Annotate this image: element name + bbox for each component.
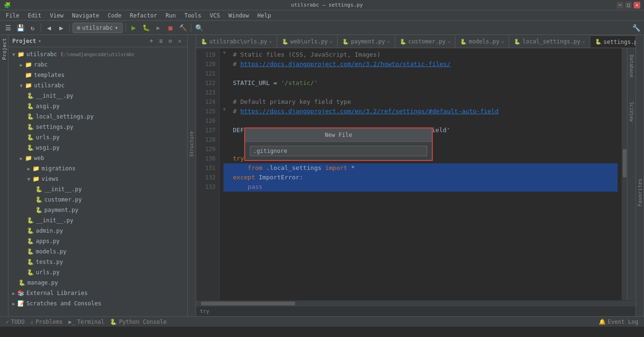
fold-arrow-119[interactable]: ▼ <box>220 48 229 58</box>
tree-item-web-init[interactable]: 🐍 __init__.py <box>8 215 187 226</box>
menu-tools[interactable]: Tools <box>181 11 205 20</box>
toolbar-project-icon[interactable]: ☰ <box>3 23 13 33</box>
project-settings-icon[interactable]: ⚙ <box>166 37 174 45</box>
tab-web-urls[interactable]: 🐍 web\urls.py ✕ <box>277 35 338 48</box>
tab-close-local-settings[interactable]: ✕ <box>582 39 585 44</box>
menu-window[interactable]: Window <box>225 11 253 20</box>
tree-item-templates[interactable]: 📁 templates <box>8 70 187 80</box>
tree-item-manage-py[interactable]: 🐍 manage.py <box>8 278 187 288</box>
tab-settings[interactable]: 🐍 settings.py ✕ <box>590 35 636 48</box>
toolbar-back-btn[interactable]: ◀ <box>44 23 54 33</box>
tab-utilsrabc-urls[interactable]: 🐍 utilsrabc\urls.py ✕ <box>196 35 277 48</box>
dialog-input-row <box>245 142 432 160</box>
app-icon: 🧩 <box>4 2 11 8</box>
vertical-scrollbar[interactable] <box>621 48 627 300</box>
scroll-thumb[interactable] <box>623 149 627 177</box>
tree-item-asgi-py[interactable]: 🐍 asgi.py <box>8 101 187 111</box>
tree-item-web[interactable]: 📁 web <box>8 153 187 163</box>
tree-item-local-settings[interactable]: 🐍 local_settings.py <box>8 111 187 122</box>
tree-root-utilsrabc[interactable]: 📁 utilsrabc E:\newdjangocode\utilsrabc <box>8 49 187 59</box>
tab-close-models[interactable]: ✕ <box>501 39 504 44</box>
menu-refactor[interactable]: Refactor <box>126 11 161 20</box>
py-icon-views-init: 🐍 <box>35 185 42 193</box>
maximize-button[interactable]: □ <box>625 2 632 8</box>
tree-item-urls-py[interactable]: 🐍 urls.py <box>8 132 187 143</box>
tree-item-payment-py[interactable]: 🐍 payment.py <box>8 205 187 215</box>
tab-models[interactable]: 🐍 models.py ✕ <box>455 35 509 48</box>
terminal-tab[interactable]: ▶_ Terminal <box>66 317 106 327</box>
tab-close-customer[interactable]: ✕ <box>447 39 450 44</box>
tree-item-apps-py[interactable]: 🐍 apps.py <box>8 236 187 246</box>
search-everywhere-btn[interactable]: 🔍 <box>194 23 205 33</box>
tree-label-web-init: __init__.py <box>36 217 73 224</box>
menu-edit[interactable]: Edit <box>24 11 45 20</box>
tree-item-views-init[interactable]: 🐍 __init__.py <box>8 184 187 194</box>
menu-help[interactable]: Help <box>254 11 275 20</box>
project-collapse-icon[interactable]: ≡ <box>157 37 165 45</box>
todo-tab[interactable]: ✓ TODO <box>4 317 26 327</box>
python-console-tab[interactable]: 🐍 Python Console <box>108 317 168 327</box>
project-dropdown[interactable]: ⚙ utilsrabc ▾ <box>73 23 123 33</box>
tree-label-migrations: migrations <box>41 165 75 172</box>
menu-navigate[interactable]: Navigate <box>68 11 103 20</box>
tab-payment[interactable]: 🐍 payment.py ✕ <box>338 35 395 48</box>
tab-customer[interactable]: 🐍 customer.py ✕ <box>395 35 456 48</box>
tree-item-init-py[interactable]: 🐍 __init__.py <box>8 91 187 101</box>
stop-button[interactable]: ■ <box>165 23 176 33</box>
event-log-icon: 🔔 <box>599 319 606 325</box>
tree-item-settings-py[interactable]: 🐍 settings.py <box>8 122 187 132</box>
problems-tab[interactable]: ⚠ Problems <box>28 317 65 327</box>
tree-item-migrations[interactable]: 📁 migrations <box>8 163 187 174</box>
fold-arrow-124[interactable]: ▼ <box>220 105 229 114</box>
event-log-tab[interactable]: 🔔 Event Log <box>597 317 640 327</box>
line-num-130: 130 <box>198 154 215 163</box>
py-icon-settings: 🐍 <box>26 123 34 131</box>
toolbar-forward-btn[interactable]: ▶ <box>56 23 66 33</box>
tab-local-settings[interactable]: 🐍 local_settings.py ✕ <box>509 35 590 48</box>
toolbar-refresh-btn[interactable]: ↻ <box>27 23 38 33</box>
link-120[interactable]: https://docs.djangoproject.com/en/3.2/ho… <box>240 59 451 69</box>
favorites-tab[interactable]: Favorites <box>636 177 644 209</box>
tree-item-wsgi-py[interactable]: 🐍 wsgi.py <box>8 143 187 153</box>
tree-item-web-urls[interactable]: 🐍 urls.py <box>8 267 187 278</box>
run-with-coverage-btn[interactable]: ▶️ <box>153 23 164 33</box>
project-close-icon[interactable]: ✕ <box>176 37 183 45</box>
comment-124: # Default primary key field type <box>233 97 351 107</box>
tree-item-admin-py[interactable]: 🐍 admin.py <box>8 226 187 236</box>
link-125[interactable]: https://docs.djangoproject.com/en/3.2/re… <box>240 107 499 116</box>
tree-item-customer-py[interactable]: 🐍 customer.py <box>8 194 187 205</box>
tree-item-ext-libs[interactable]: 📚 External Libraries <box>8 288 187 298</box>
close-button[interactable]: ✕ <box>634 2 640 8</box>
tree-item-rabc[interactable]: 📁 rabc <box>8 59 187 70</box>
run-button[interactable]: ▶ <box>129 23 139 33</box>
tree-item-utilsrabc-inner[interactable]: 📁 utilsrabc <box>8 80 187 91</box>
tree-item-scratches[interactable]: 📝 Scratches and Consoles <box>8 298 187 309</box>
build-btn[interactable]: 🔨 <box>178 23 188 33</box>
tree-item-views[interactable]: 📁 views <box>8 174 187 184</box>
minimize-button[interactable]: ─ <box>617 2 623 8</box>
menu-code[interactable]: Code <box>104 11 125 20</box>
menu-run[interactable]: Run <box>162 11 180 20</box>
toolbar-save-btn[interactable]: 💾 <box>15 23 25 33</box>
database-tab[interactable]: Database <box>628 53 635 79</box>
menu-vcs[interactable]: VCS <box>206 11 224 20</box>
tab-close-web-urls[interactable]: ✕ <box>330 39 332 44</box>
sciview-tab[interactable]: SciView <box>628 100 635 124</box>
tree-item-tests-py[interactable]: 🐍 tests.py <box>8 257 187 267</box>
menu-view[interactable]: View <box>46 11 67 20</box>
structure-tab[interactable]: Structure <box>188 129 195 159</box>
settings-btn[interactable]: 🔧 <box>631 23 641 33</box>
tab-close-payment[interactable]: ✕ <box>387 39 390 44</box>
fold-123 <box>220 95 229 105</box>
project-new-file-icon[interactable]: + <box>148 37 155 45</box>
project-tab-icon[interactable]: Project <box>0 36 8 64</box>
debug-button[interactable]: 🐛 <box>141 23 151 33</box>
new-file-input[interactable] <box>250 146 427 156</box>
tree-item-models-py[interactable]: 🐍 models.py <box>8 246 187 257</box>
line-num-133: 133 <box>198 182 215 192</box>
code-editor[interactable]: ▼ ▼ # Static files (CSS, JavaScript, Ima… <box>220 48 621 300</box>
menu-file[interactable]: File <box>2 11 23 20</box>
horizontal-scrollbar[interactable] <box>196 300 636 306</box>
tab-close-utilsrabc-urls[interactable]: ✕ <box>269 39 272 44</box>
h-scroll-thumb[interactable] <box>201 302 295 305</box>
